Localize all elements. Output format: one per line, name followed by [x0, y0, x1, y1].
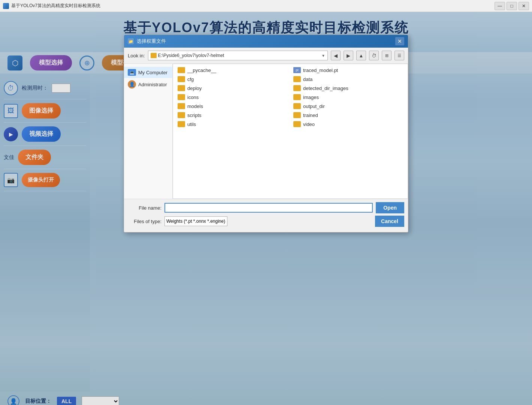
folder-icon: [178, 112, 185, 118]
dropdown-arrow: ▼: [321, 54, 325, 58]
dialog-sidebar: 💻 My Computer 👤 Administrator: [124, 64, 173, 199]
file-icon: pt: [293, 67, 301, 73]
folder-icon: [293, 112, 301, 118]
mycomputer-label: My Computer: [138, 70, 167, 75]
view-list-button[interactable]: ☰: [395, 51, 404, 60]
folder-icon: [293, 121, 301, 127]
minimize-button[interactable]: —: [495, 2, 505, 10]
file-name: utils: [187, 122, 196, 127]
dialog-overlay: 📁 选择权重文件 ✕ Look in: E:\Pyside6_yolov7\yo…: [0, 12, 532, 405]
cancel-button[interactable]: Cancel: [375, 216, 404, 227]
filename-row: File name: Open: [128, 202, 404, 213]
title-bar: 基于YOLOv7算法的高精度实时目标检测系统 — □ ✕: [0, 0, 532, 12]
nav-up-button[interactable]: ▲: [356, 51, 366, 60]
folder-icon: [178, 76, 185, 82]
nav-recent-button[interactable]: ⏱: [369, 51, 379, 60]
folder-icon: [178, 103, 185, 109]
dialog-title-left: 📁 选择权重文件: [128, 38, 166, 45]
file-item[interactable]: scripts: [175, 111, 290, 120]
dialog-toolbar: Look in: E:\Pyside6_yolov7\yolov7-helmet…: [124, 48, 408, 64]
lookin-label: Look in:: [128, 53, 145, 58]
file-dialog: 📁 选择权重文件 ✕ Look in: E:\Pyside6_yolov7\yo…: [124, 34, 408, 232]
file-grid: __pycache__pttraced_model.ptcfgdatadeplo…: [175, 66, 406, 129]
user-icon: 👤: [128, 80, 136, 88]
filetype-select[interactable]: Weights (*.pt *.onnx *.engine): [164, 216, 227, 226]
folder-icon: [178, 94, 185, 100]
file-name: models: [187, 104, 203, 109]
window-controls: — □ ✕: [495, 2, 529, 10]
computer-icon: 💻: [128, 69, 136, 76]
file-item[interactable]: icons: [175, 93, 290, 102]
path-dropdown[interactable]: E:\Pyside6_yolov7\yolov7-helmet ▼: [148, 51, 328, 60]
file-item[interactable]: models: [175, 102, 290, 111]
folder-icon: [293, 103, 301, 109]
file-item[interactable]: video: [290, 120, 406, 129]
close-button[interactable]: ✕: [519, 2, 529, 10]
file-item[interactable]: trained: [290, 111, 406, 120]
open-button[interactable]: Open: [376, 202, 404, 213]
file-name: data: [303, 76, 312, 82]
dialog-icon: 📁: [128, 38, 134, 44]
file-name: detected_dir_images: [303, 86, 348, 91]
file-item[interactable]: deploy: [175, 84, 290, 93]
file-item[interactable]: images: [290, 93, 406, 102]
file-item[interactable]: __pycache__: [175, 66, 290, 75]
folder-icon: [293, 85, 301, 91]
file-name: video: [303, 122, 315, 127]
file-name: icons: [187, 94, 199, 100]
folder-icon: [293, 76, 301, 82]
dialog-file-list[interactable]: __pycache__pttraced_model.ptcfgdatadeplo…: [173, 64, 408, 199]
file-name: cfg: [187, 76, 194, 82]
file-name: traced_model.pt: [303, 68, 338, 73]
filename-label: File name:: [128, 205, 161, 211]
file-name: images: [303, 94, 319, 100]
title-bar-left: 基于YOLOv7算法的高精度实时目标检测系统: [3, 3, 100, 9]
dialog-close-button[interactable]: ✕: [395, 37, 404, 45]
file-item[interactable]: pttraced_model.pt: [290, 66, 406, 75]
window-title: 基于YOLOv7算法的高精度实时目标检测系统: [11, 3, 100, 9]
folder-icon: [178, 121, 185, 127]
dialog-title: 选择权重文件: [137, 38, 166, 45]
file-item[interactable]: detected_dir_images: [290, 84, 406, 93]
file-item[interactable]: cfg: [175, 75, 290, 84]
app-area: 基于YOLOv7算法的高精度实时目标检测系统 CSDN：BestSongC B站…: [0, 12, 532, 405]
folder-icon: [293, 94, 301, 100]
folder-icon: [178, 67, 185, 73]
dialog-bottom: File name: Open Files of type: Weights (…: [124, 199, 408, 232]
filetype-label: Files of type:: [128, 219, 161, 224]
file-name: trained: [303, 112, 318, 118]
nav-forward-button[interactable]: ▶: [344, 51, 353, 60]
file-name: scripts: [187, 112, 202, 118]
sidebar-item-administrator[interactable]: 👤 Administrator: [124, 78, 172, 91]
path-folder-icon: [151, 53, 157, 58]
dialog-body: 💻 My Computer 👤 Administrator __pycache_…: [124, 64, 408, 199]
filename-input[interactable]: [164, 203, 373, 213]
current-path: E:\Pyside6_yolov7\yolov7-helmet: [158, 53, 322, 58]
app-icon: [3, 3, 9, 9]
file-item[interactable]: utils: [175, 120, 290, 129]
sidebar-item-mycomputer[interactable]: 💻 My Computer: [124, 67, 172, 78]
folder-icon: [178, 85, 185, 91]
file-name: output_dir: [303, 104, 325, 109]
file-name: deploy: [187, 86, 202, 91]
administrator-label: Administrator: [138, 82, 167, 87]
file-item[interactable]: output_dir: [290, 102, 406, 111]
dialog-title-bar: 📁 选择权重文件 ✕: [124, 35, 408, 48]
nav-back-button[interactable]: ◀: [331, 51, 341, 60]
view-grid-button[interactable]: ⊞: [382, 51, 392, 60]
filetype-dropdown-container: Weights (*.pt *.onnx *.engine): [164, 216, 372, 226]
maximize-button[interactable]: □: [507, 2, 517, 10]
filetype-row: Files of type: Weights (*.pt *.onnx *.en…: [128, 216, 404, 227]
file-item[interactable]: data: [290, 75, 406, 84]
file-name: __pycache__: [187, 68, 216, 73]
